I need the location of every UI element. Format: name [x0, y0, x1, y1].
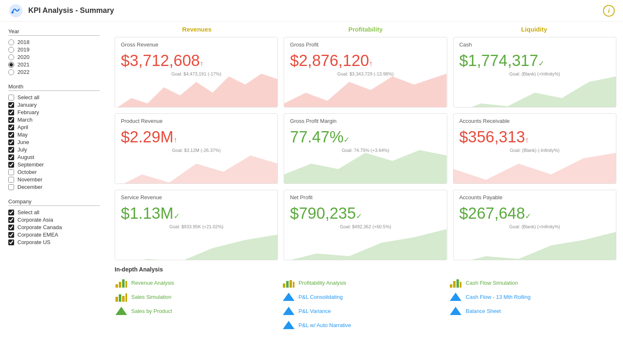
- indepth-revenue-analysis[interactable]: Revenue Analysis: [115, 277, 282, 288]
- indepth-balance-sheet[interactable]: Balance Sheet: [449, 305, 616, 317]
- svg-rect-4: [122, 279, 125, 288]
- pl-consolidating-link[interactable]: P&L Consolidating: [299, 294, 343, 300]
- month-september-checkbox[interactable]: [8, 162, 14, 168]
- month-march[interactable]: March: [8, 117, 100, 123]
- month-june[interactable]: June: [8, 139, 100, 145]
- month-february-checkbox[interactable]: [8, 110, 14, 115]
- year-2021-radio[interactable]: [8, 62, 14, 68]
- month-august-checkbox[interactable]: [8, 154, 14, 160]
- pl-auto-narrative-link[interactable]: P&L w/ Auto Narrative: [299, 322, 351, 328]
- month-select-all[interactable]: Select all: [8, 94, 100, 100]
- kpi-net-profit-value: $790,235✓: [290, 205, 441, 222]
- month-april-checkbox[interactable]: [8, 125, 14, 130]
- logo: KPI Analysis - Summary: [8, 3, 114, 18]
- month-august[interactable]: August: [8, 154, 100, 160]
- month-september-label: September: [17, 161, 44, 168]
- year-2018-radio[interactable]: [8, 39, 14, 45]
- sales-by-product-link[interactable]: Sales by Product: [131, 308, 172, 314]
- company-corporate-asia-checkbox[interactable]: [8, 217, 14, 223]
- month-november-checkbox[interactable]: [8, 177, 14, 183]
- kpi-product-revenue-title: Product Revenue: [121, 118, 272, 124]
- indepth-cash-flow-rolling[interactable]: Cash Flow - 13 Mth Rolling: [449, 291, 616, 303]
- month-october-checkbox[interactable]: [8, 169, 14, 175]
- kpi-accounts-payable-goal: Goal: (Blank) (+Infinity%): [459, 224, 610, 229]
- company-corporate-emea-checkbox[interactable]: [8, 232, 14, 238]
- indepth-profitability-analysis[interactable]: Profitability Analysis: [282, 277, 449, 288]
- bar-chart-icon-profitability: [282, 277, 295, 288]
- month-march-checkbox[interactable]: [8, 117, 14, 123]
- content-area: Revenues Profitability Liquidity Gross R…: [108, 22, 623, 364]
- balance-sheet-link[interactable]: Balance Sheet: [466, 308, 501, 314]
- pl-variance-link[interactable]: P&L Variance: [299, 308, 331, 314]
- month-july-checkbox[interactable]: [8, 147, 14, 153]
- sales-simulation-link[interactable]: Sales Simulation: [131, 294, 172, 300]
- main-layout: Year 2018 2019 2020 2021 2022: [0, 22, 623, 364]
- indepth-col-3: Cash Flow Simulation Cash Flow - 13 Mth …: [449, 277, 616, 331]
- cash-flow-rolling-link[interactable]: Cash Flow - 13 Mth Rolling: [466, 294, 530, 300]
- year-2022[interactable]: 2022: [8, 69, 100, 75]
- company-select-all-checkbox[interactable]: [8, 210, 14, 215]
- year-label: Year: [8, 28, 100, 36]
- year-2021[interactable]: 2021: [8, 61, 100, 68]
- month-section: Month Select all January February March …: [8, 83, 100, 190]
- year-2019-radio[interactable]: [8, 47, 14, 53]
- month-may[interactable]: May: [8, 132, 100, 138]
- profitability-analysis-link[interactable]: Profitability Analysis: [299, 280, 346, 286]
- year-section: Year 2018 2019 2020 2021 2022: [8, 28, 100, 75]
- company-select-all[interactable]: Select all: [8, 209, 100, 215]
- year-2022-radio[interactable]: [8, 69, 14, 75]
- month-september[interactable]: September: [8, 161, 100, 168]
- kpi-product-revenue-goal: Goal: $3.12M (-26.37%): [121, 148, 272, 153]
- month-december-label: December: [17, 184, 42, 190]
- indepth-pl-auto-narrative[interactable]: P&L w/ Auto Narrative: [282, 319, 449, 331]
- month-july[interactable]: July: [8, 147, 100, 153]
- month-january[interactable]: January: [8, 102, 100, 108]
- svg-rect-7: [119, 294, 121, 302]
- year-2022-label: 2022: [17, 69, 29, 75]
- kpi-accounts-receivable-title: Accounts Receivable: [459, 118, 610, 124]
- company-corporate-canada-checkbox[interactable]: [8, 225, 14, 230]
- bar-chart-icon-cashflow: [449, 277, 462, 288]
- year-2020-radio[interactable]: [8, 54, 14, 60]
- month-december[interactable]: December: [8, 184, 100, 190]
- month-may-checkbox[interactable]: [8, 132, 14, 138]
- indepth-pl-consolidating[interactable]: P&L Consolidating: [282, 291, 449, 303]
- indepth-pl-variance[interactable]: P&L Variance: [282, 305, 449, 317]
- month-june-checkbox[interactable]: [8, 139, 14, 145]
- year-2018[interactable]: 2018: [8, 39, 100, 45]
- year-2018-label: 2018: [17, 39, 29, 45]
- info-button[interactable]: i: [603, 5, 615, 17]
- indepth-title: In-depth Analysis: [115, 266, 616, 273]
- indepth-sales-by-product[interactable]: Sales by Product: [115, 305, 282, 317]
- company-corporate-asia[interactable]: Corporate Asia: [8, 217, 100, 223]
- kpi-gross-profit: Gross Profit $2,876,120↑ Goal: $3,343,72…: [284, 37, 447, 107]
- month-may-label: May: [17, 132, 28, 138]
- month-april[interactable]: April: [8, 124, 100, 130]
- revenue-analysis-link[interactable]: Revenue Analysis: [131, 280, 174, 286]
- company-corporate-us-checkbox[interactable]: [8, 239, 14, 245]
- company-corporate-canada[interactable]: Corporate Canada: [8, 224, 100, 230]
- kpi-gross-revenue-goal: Goal: $4,473,191 (-17%): [121, 71, 272, 76]
- indepth-cash-flow-simulation[interactable]: Cash Flow Simulation: [449, 277, 616, 288]
- indepth-sales-simulation[interactable]: Sales Simulation: [115, 291, 282, 303]
- year-2019-label: 2019: [17, 46, 29, 53]
- kpi-gross-profit-margin-goal: Goal: 74.75% (+3.64%): [290, 148, 441, 153]
- month-january-checkbox[interactable]: [8, 102, 14, 108]
- kpi-product-revenue: Product Revenue $2.29M↑ Goal: $3.12M (-2…: [115, 113, 278, 184]
- month-february[interactable]: February: [8, 109, 100, 115]
- company-corporate-emea[interactable]: Corporate EMEA: [8, 232, 100, 238]
- kpi-gross-profit-margin-value: 77.47%✓: [290, 128, 441, 146]
- month-december-checkbox[interactable]: [8, 184, 14, 190]
- kpi-accounts-receivable-goal: Goal: (Blank) (-Infinity%): [459, 148, 610, 153]
- month-october[interactable]: October: [8, 169, 100, 175]
- kpi-gross-profit-title: Gross Profit: [290, 42, 441, 48]
- month-select-all-checkbox[interactable]: [8, 95, 14, 100]
- month-march-label: March: [17, 117, 32, 123]
- company-corporate-us[interactable]: Corporate US: [8, 239, 100, 245]
- indepth-col-1: Revenue Analysis Sales Simulation: [115, 277, 282, 331]
- cash-flow-simulation-link[interactable]: Cash Flow Simulation: [466, 280, 518, 286]
- month-november[interactable]: November: [8, 176, 100, 183]
- month-november-label: November: [17, 176, 42, 183]
- year-2019[interactable]: 2019: [8, 46, 100, 53]
- year-2020[interactable]: 2020: [8, 54, 100, 60]
